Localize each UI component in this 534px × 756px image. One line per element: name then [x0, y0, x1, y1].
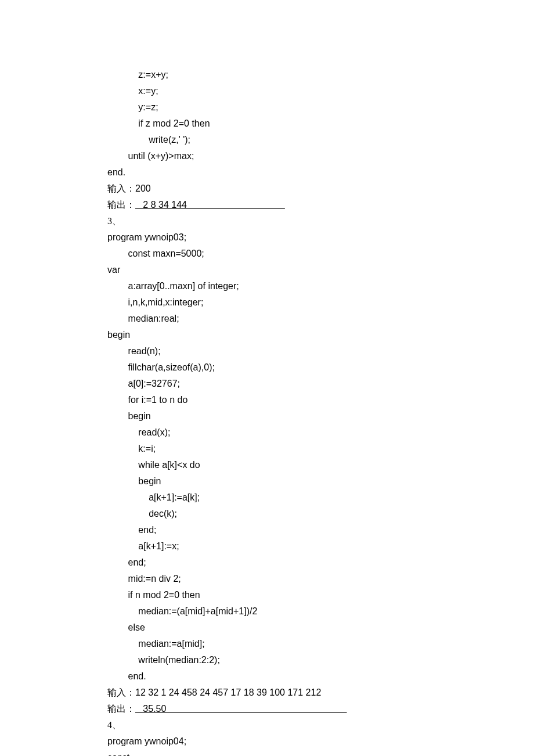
code-line: while a[k]<x do	[107, 457, 534, 473]
code-text: program ywnoip04;	[107, 736, 186, 746]
code-line: 输出： 35.50	[107, 701, 534, 717]
code-line: end;	[107, 555, 534, 571]
code-line: else	[107, 620, 534, 636]
code-line: dec(k);	[107, 506, 534, 522]
code-line: a[0]:=32767;	[107, 376, 534, 392]
code-line: end.	[107, 668, 534, 685]
code-line: begin	[107, 408, 534, 424]
code-line: a[k+1]:=x;	[107, 538, 534, 555]
code-line: writeln(median:2:2);	[107, 652, 534, 668]
code-text: read(x);	[138, 427, 170, 437]
code-line: begin	[107, 473, 534, 489]
code-text: end;	[138, 525, 156, 535]
code-line: end;	[107, 522, 534, 538]
code-text: const maxn=5000;	[128, 249, 204, 258]
code-line: 输出： 2 8 34 144	[107, 197, 534, 213]
code-line: if n mod 2=0 then	[107, 587, 534, 603]
code-text: k:=i;	[138, 444, 156, 453]
code-text: until (x+y)>max;	[128, 151, 194, 161]
code-line: a:array[0..maxn] of integer;	[107, 278, 534, 294]
cjk-label: 输出：	[107, 704, 135, 714]
code-text: if n mod 2=0 then	[128, 590, 200, 600]
code-text: if z mod 2=0 then	[138, 118, 210, 128]
code-line: write(z,' ');	[107, 132, 534, 148]
code-text: a[0]:=32767;	[128, 379, 180, 388]
cjk-label: 3、	[107, 216, 121, 226]
code-line: for i:=1 to n do	[107, 392, 534, 408]
code-line: const maxn=5000;	[107, 246, 534, 262]
code-text: begin	[128, 411, 151, 421]
code-line: median:=a[mid];	[107, 636, 534, 652]
code-text: mid:=n div 2;	[128, 574, 181, 584]
code-line: read(x);	[107, 424, 534, 441]
code-line: program ywnoip03;	[107, 229, 534, 246]
code-text: end;	[128, 557, 146, 567]
code-text: i,n,k,mid,x:integer;	[128, 297, 204, 307]
code-text: a[k+1]:=a[k];	[149, 492, 200, 502]
answer-blank: 2 8 34 144	[135, 200, 285, 210]
code-text: fillchar(a,sizeof(a),0);	[128, 362, 215, 372]
code-line: 4、	[107, 717, 534, 733]
code-text: y:=z;	[138, 102, 158, 112]
answer-blank: 35.50	[135, 704, 347, 714]
cjk-label: 输出：	[107, 200, 135, 210]
code-line: i,n,k,mid,x:integer;	[107, 294, 534, 311]
code-line: read(n);	[107, 343, 534, 359]
code-text: end.	[107, 167, 125, 177]
code-line: k:=i;	[107, 441, 534, 457]
code-line: program ywnoip04;	[107, 733, 534, 750]
code-text: median:real;	[128, 314, 179, 323]
code-text: 200	[135, 183, 151, 193]
code-text: a:array[0..maxn] of integer;	[128, 281, 239, 291]
code-text: median:=(a[mid]+a[mid+1])/2	[138, 606, 257, 616]
code-text: end.	[128, 671, 146, 681]
document-page: z:=x+y; x:=y; y:=z; if z mod 2=0 then wr…	[0, 0, 534, 756]
code-line: y:=z;	[107, 99, 534, 116]
cjk-label: 输入：	[107, 687, 135, 697]
code-text: for i:=1 to n do	[128, 395, 188, 405]
code-text: 12 32 1 24 458 24 457 17 18 39 100 171 2…	[135, 687, 321, 697]
code-line: end.	[107, 164, 534, 181]
cjk-label: 4、	[107, 720, 121, 730]
code-text: write(z,' ');	[149, 135, 190, 145]
code-line: median:real;	[107, 311, 534, 327]
code-line: fillchar(a,sizeof(a),0);	[107, 359, 534, 376]
code-text: const	[107, 753, 129, 756]
code-text: begin	[107, 330, 130, 340]
code-text: a[k+1]:=x;	[138, 541, 179, 551]
code-text: z:=x+y;	[138, 70, 168, 80]
code-text: var	[107, 265, 120, 275]
code-text: while a[k]<x do	[138, 460, 200, 470]
code-line: var	[107, 262, 534, 278]
code-line: mid:=n div 2;	[107, 571, 534, 587]
code-line: const	[107, 750, 534, 756]
code-line: median:=(a[mid]+a[mid+1])/2	[107, 603, 534, 620]
code-text: begin	[138, 476, 161, 486]
code-text: writeln(median:2:2);	[138, 655, 220, 665]
code-line: if z mod 2=0 then	[107, 116, 534, 132]
code-text: x:=y;	[138, 86, 158, 96]
code-text: median:=a[mid];	[138, 639, 204, 649]
code-text: program ywnoip03;	[107, 232, 186, 242]
code-line: 3、	[107, 213, 534, 229]
code-line: x:=y;	[107, 83, 534, 99]
code-line: a[k+1]:=a[k];	[107, 489, 534, 506]
code-line: begin	[107, 327, 534, 343]
code-text: read(n);	[128, 346, 161, 356]
code-line: z:=x+y;	[107, 67, 534, 83]
cjk-label: 输入：	[107, 183, 135, 193]
code-line: 输入：200	[107, 181, 534, 197]
code-line: until (x+y)>max;	[107, 148, 534, 164]
code-text: dec(k);	[149, 509, 177, 519]
code-line: 输入：12 32 1 24 458 24 457 17 18 39 100 17…	[107, 685, 534, 701]
code-text: else	[128, 622, 145, 632]
